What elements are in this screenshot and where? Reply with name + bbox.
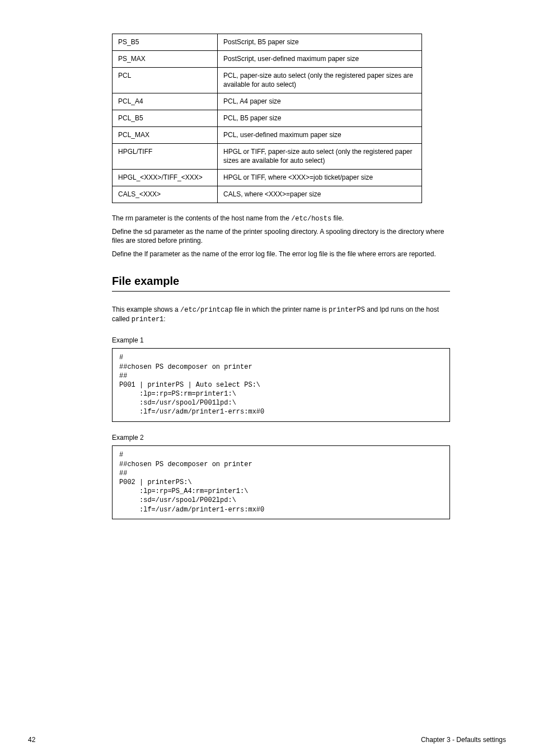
table-row: PCL_MAXPCL, user-defined maximum paper s… xyxy=(113,126,422,143)
code-block-1: # ##chosen PS decomposer on printer ## P… xyxy=(112,348,450,421)
option-key: PCL_B5 xyxy=(113,110,218,126)
option-description: HPGL or TIFF, where <XXX>=job ticket/pap… xyxy=(218,170,422,186)
option-key: HPGL/TIFF xyxy=(113,143,218,170)
section-heading: File example xyxy=(112,273,506,289)
hosts-path: /etc/hosts xyxy=(291,215,331,223)
option-key: PCL_MAX xyxy=(113,126,218,143)
option-description: PCL, B5 paper size xyxy=(218,110,422,126)
option-key: PS_MAX xyxy=(113,50,218,67)
table-row: HPGL_<XXX>/TIFF_<XXX>HPGL or TIFF, where… xyxy=(113,170,422,186)
table-row: HPGL/TIFFHPGL or TIFF, paper-size auto s… xyxy=(113,143,422,170)
option-description: PostScript, user-defined maximum paper s… xyxy=(218,50,422,67)
printcap-path: /etc/printcap xyxy=(180,306,233,314)
rm-text-b: file. xyxy=(331,214,344,222)
example-2-label: Example 2 xyxy=(112,433,506,443)
option-description: PCL, user-defined maximum paper size xyxy=(218,126,422,143)
intro-end: : xyxy=(163,315,165,323)
options-table: PS_B5PostScript, B5 paper sizePS_MAXPost… xyxy=(112,34,422,203)
option-key: PCL_A4 xyxy=(113,93,218,110)
option-description: PostScript, B5 paper size xyxy=(218,34,422,51)
section-divider xyxy=(112,291,450,292)
table-row: PS_MAXPostScript, user-defined maximum p… xyxy=(113,50,422,67)
intro-b: file in which the printer name is xyxy=(233,306,329,313)
option-description: PCL, paper-size auto select (only the re… xyxy=(218,67,422,93)
table-row: PCL_A4PCL, A4 paper size xyxy=(113,93,422,110)
option-description: CALS, where <XXX>=paper size xyxy=(218,186,422,203)
table-row: PCL_B5PCL, B5 paper size xyxy=(113,110,422,126)
example-1-label: Example 1 xyxy=(112,336,506,345)
option-key: PS_B5 xyxy=(113,34,218,51)
table-row: PS_B5PostScript, B5 paper size xyxy=(113,34,422,51)
option-key: CALS_<XXX> xyxy=(113,186,218,203)
option-key: PCL xyxy=(113,67,218,93)
rm-parameter-paragraph: The rm parameter is the contents of the … xyxy=(112,214,450,224)
intro-a: This example shows a xyxy=(112,306,180,313)
option-key: HPGL_<XXX>/TIFF_<XXX> xyxy=(113,170,218,186)
rm-text-a: The rm parameter is the contents of the … xyxy=(112,214,291,222)
table-row: PCLPCL, paper-size auto select (only the… xyxy=(113,67,422,93)
printer-name: printerPS xyxy=(329,306,365,314)
option-description: PCL, A4 paper size xyxy=(218,93,422,110)
option-description: HPGL or TIFF, paper-size auto select (on… xyxy=(218,143,422,170)
lf-parameter-paragraph: Define the lf parameter as the name of t… xyxy=(112,250,450,259)
sd-parameter-paragraph: Define the sd parameter as the name of t… xyxy=(112,228,450,245)
host-name: printer1 xyxy=(132,316,164,323)
table-row: CALS_<XXX>CALS, where <XXX>=paper size xyxy=(113,186,422,203)
example-intro: This example shows a /etc/printcap file … xyxy=(112,305,450,324)
code-block-2: # ##chosen PS decomposer on printer ## P… xyxy=(112,445,450,519)
